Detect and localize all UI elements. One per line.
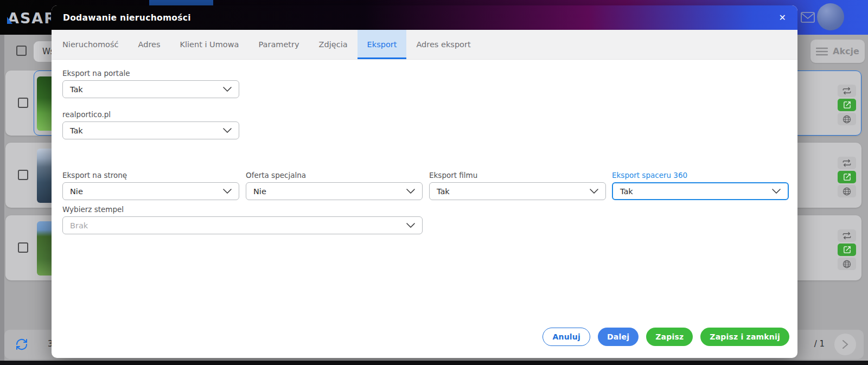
- field-label: Eksport filmu: [429, 171, 606, 180]
- field-realportico: realportico.pl Tak: [62, 110, 239, 139]
- globe-icon: [843, 115, 851, 124]
- export-button[interactable]: [838, 99, 856, 111]
- wybierz-stempel-select[interactable]: Brak: [62, 216, 423, 234]
- globe-button[interactable]: [838, 113, 856, 125]
- globe-button[interactable]: [838, 258, 856, 270]
- tab-parametry[interactable]: Parametry: [248, 30, 309, 59]
- chevron-down-icon: [223, 87, 232, 92]
- refresh-button[interactable]: [15, 338, 28, 353]
- save-and-close-button[interactable]: Zapisz i zamknij: [700, 328, 789, 346]
- modal-header: Dodawanie nieruchomości ✕: [52, 5, 797, 30]
- field-eksport-spaceru-360: Eksport spaceru 360 Tak: [612, 171, 789, 200]
- realportico-select[interactable]: Tak: [62, 121, 239, 139]
- field-eksport-na-strone: Eksport na stronę Nie: [62, 171, 239, 200]
- cancel-button[interactable]: Anuluj: [542, 328, 590, 346]
- select-value: Brak: [70, 221, 88, 230]
- modal-footer: Anuluj Dalej Zapisz Zapisz i zamknij: [542, 328, 789, 346]
- eksport-na-strone-select[interactable]: Nie: [62, 182, 239, 200]
- select-value: Tak: [70, 85, 83, 94]
- modal-tab-bar: Nieruchomość Adres Klient i Umowa Parame…: [52, 30, 797, 60]
- chevron-right-icon: [842, 340, 848, 349]
- row-checkbox[interactable]: [18, 242, 28, 253]
- row-checkbox[interactable]: [18, 170, 28, 180]
- field-label: Eksport na stronę: [62, 171, 239, 180]
- topbar-blue-accent: [149, 0, 213, 5]
- repeat-icon: [842, 159, 852, 167]
- chevron-down-icon: [406, 189, 415, 194]
- select-value: Nie: [70, 187, 83, 196]
- export-form: Eksport na portale Tak realportico.pl Ta…: [52, 60, 797, 358]
- field-eksport-na-portale: Eksport na portale Tak: [62, 69, 239, 98]
- chevron-down-icon: [772, 189, 781, 194]
- refresh-icon: [15, 338, 28, 351]
- tab-zdjecia[interactable]: Zdjęcia: [309, 30, 358, 59]
- chevron-down-icon: [223, 189, 232, 194]
- repeat-button[interactable]: [838, 157, 856, 169]
- select-value: Tak: [437, 187, 450, 196]
- row-checkbox[interactable]: [18, 98, 28, 108]
- add-property-modal: Dodawanie nieruchomości ✕ Nieruchomość A…: [52, 5, 797, 358]
- eksport-na-portale-select[interactable]: Tak: [62, 80, 239, 98]
- repeat-button[interactable]: [838, 85, 856, 97]
- export-button[interactable]: [838, 171, 856, 183]
- akcje-label: Akcje: [833, 46, 859, 56]
- eksport-filmu-select[interactable]: Tak: [429, 182, 606, 200]
- field-oferta-specjalna: Oferta specjalna Nie: [246, 171, 423, 200]
- select-value: Tak: [620, 187, 633, 196]
- bottom-edge: [0, 361, 868, 365]
- tab-eksport[interactable]: Eksport: [358, 30, 407, 59]
- mail-icon[interactable]: [801, 11, 815, 25]
- globe-icon: [843, 260, 851, 268]
- external-link-icon: [843, 173, 851, 181]
- next-button[interactable]: Dalej: [598, 328, 639, 346]
- field-label: realportico.pl: [62, 110, 239, 119]
- globe-icon: [843, 187, 851, 196]
- select-value: Nie: [253, 187, 266, 196]
- akcje-button[interactable]: Akcje: [810, 40, 865, 63]
- field-wybierz-stempel: Wybierz stempel Brak: [62, 205, 423, 234]
- field-label: Eksport na portale: [62, 69, 239, 78]
- modal-title: Dodawanie nieruchomości: [63, 13, 191, 23]
- tab-klient-i-umowa[interactable]: Klient i Umowa: [170, 30, 249, 59]
- repeat-icon: [842, 87, 852, 95]
- external-link-icon: [843, 101, 851, 109]
- tab-adres[interactable]: Adres: [129, 30, 170, 59]
- page-indicator: / 1: [814, 339, 825, 349]
- chevron-down-icon: [223, 128, 232, 133]
- oferta-specjalna-select[interactable]: Nie: [246, 182, 423, 200]
- export-button[interactable]: [838, 244, 856, 256]
- chevron-down-icon: [406, 223, 415, 228]
- repeat-icon: [842, 232, 852, 240]
- logo-triangle-icon: [7, 17, 12, 24]
- field-label: Eksport spaceru 360: [612, 171, 789, 180]
- chevron-down-icon: [590, 189, 598, 194]
- field-label: Oferta specjalna: [246, 171, 423, 180]
- next-page-button[interactable]: [834, 334, 856, 355]
- field-label: Wybierz stempel: [62, 205, 423, 214]
- save-button[interactable]: Zapisz: [646, 328, 693, 346]
- field-eksport-filmu: Eksport filmu Tak: [429, 171, 606, 200]
- eksport-spaceru-360-select[interactable]: Tak: [612, 182, 789, 200]
- external-link-icon: [843, 246, 851, 254]
- globe-button[interactable]: [838, 185, 856, 197]
- tab-adres-eksport[interactable]: Adres eksport: [406, 30, 480, 59]
- left-edge-strip: [0, 35, 4, 365]
- avatar[interactable]: [817, 3, 844, 30]
- tab-nieruchomosc[interactable]: Nieruchomość: [53, 30, 129, 59]
- repeat-button[interactable]: [838, 229, 856, 242]
- select-all-checkbox[interactable]: [16, 46, 27, 56]
- select-value: Tak: [70, 126, 83, 135]
- app-logo: ASAR: [8, 10, 51, 27]
- menu-icon: [816, 47, 828, 56]
- close-icon[interactable]: ✕: [779, 14, 786, 22]
